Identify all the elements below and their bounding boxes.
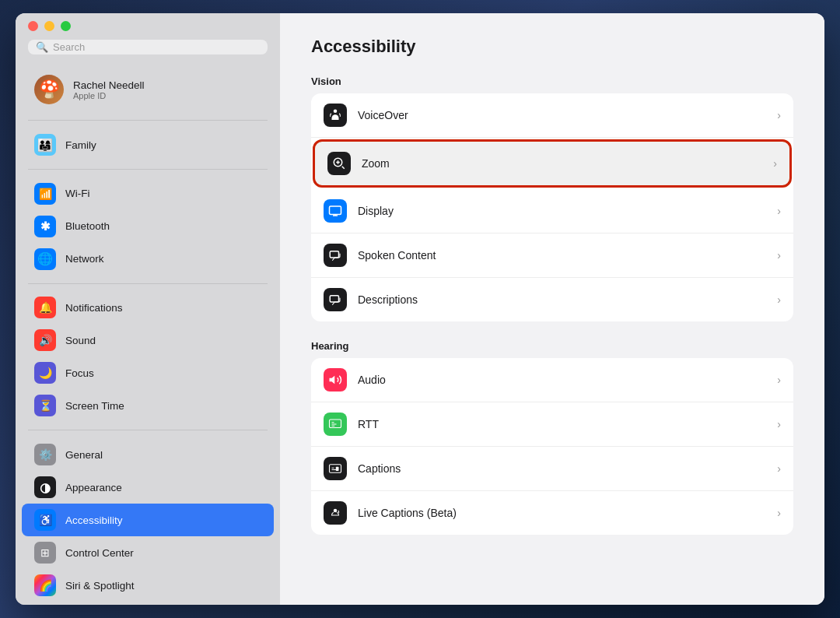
search-placeholder: Search [53, 41, 85, 53]
voiceover-row[interactable]: VoiceOver › [311, 93, 793, 138]
live-captions-chevron: › [777, 507, 781, 519]
sidebar-item-label: Wi-Fi [65, 188, 89, 199]
svg-point-8 [334, 509, 338, 513]
search-icon: 🔍 [36, 41, 48, 53]
bluetooth-icon: ✱ [34, 216, 56, 237]
live-captions-icon [324, 501, 347, 525]
svg-rect-4 [330, 296, 338, 302]
titlebar [16, 13, 280, 40]
rtt-icon [324, 413, 347, 436]
user-profile[interactable]: 🍄 Rachel Needell Apple ID [22, 67, 274, 112]
notifications-icon: 🔔 [34, 297, 56, 318]
sidebar-item-label: Bluetooth [65, 220, 110, 232]
family-icon: 👨‍👩‍👧 [34, 134, 56, 156]
main-window: 🔍 Search 🍄 Rachel Needell Apple ID 👨‍👩‍👧… [16, 13, 824, 605]
captions-row[interactable]: Captions › [311, 447, 793, 491]
display-icon [324, 199, 347, 223]
voiceover-chevron: › [777, 109, 781, 121]
captions-chevron: › [777, 462, 781, 475]
sidebar-item-sound[interactable]: 🔊 Sound [22, 324, 274, 356]
sidebar-item-notifications[interactable]: 🔔 Notifications [22, 291, 274, 324]
sidebar-item-general[interactable]: ⚙️ General [22, 438, 274, 471]
zoom-icon [327, 152, 351, 175]
sidebar-item-label: Accessibility [65, 514, 123, 526]
audio-icon [324, 368, 347, 392]
sidebar-group-3: 🔔 Notifications 🔊 Sound 🌙 Focus ⏳ Screen… [16, 288, 280, 425]
descriptions-row[interactable]: Descriptions › [311, 278, 793, 321]
sidebar-item-screen-time[interactable]: ⏳ Screen Time [22, 389, 274, 422]
sidebar-item-label: Control Center [65, 547, 134, 559]
maximize-button[interactable] [61, 21, 71, 31]
spoken-content-row[interactable]: Spoken Content › [311, 234, 793, 278]
display-label: Display [358, 205, 766, 217]
audio-label: Audio [358, 374, 766, 386]
user-subtitle: Apple ID [73, 91, 145, 100]
control-center-icon: ⊞ [34, 542, 56, 564]
svg-rect-2 [330, 206, 341, 215]
avatar: 🍄 [34, 75, 64, 104]
sidebar-item-label: Sound [65, 335, 96, 346]
sidebar-item-appearance[interactable]: ◑ Appearance [22, 471, 274, 504]
zoom-label: Zoom [362, 157, 762, 170]
screen-time-icon: ⏳ [34, 395, 56, 416]
sidebar-item-label: Siri & Spotlight [65, 580, 135, 592]
display-chevron: › [777, 205, 781, 217]
sidebar-item-label: Network [65, 253, 104, 265]
sidebar-item-control-center[interactable]: ⊞ Control Center [22, 536, 274, 569]
zoom-chevron: › [773, 157, 777, 170]
user-name: Rachel Needell [73, 79, 145, 91]
sidebar-item-label: Appearance [65, 482, 122, 493]
sidebar-group-4: ⚙️ General ◑ Appearance ♿ Accessibility … [16, 435, 280, 605]
svg-point-0 [334, 110, 338, 114]
sidebar: 🔍 Search 🍄 Rachel Needell Apple ID 👨‍👩‍👧… [16, 13, 280, 605]
accessibility-icon: ♿ [34, 509, 56, 531]
spoken-content-icon [324, 244, 347, 267]
svg-rect-6 [330, 465, 341, 473]
live-captions-row[interactable]: Live Captions (Beta) › [311, 491, 793, 535]
sidebar-item-focus[interactable]: 🌙 Focus [22, 356, 274, 389]
rtt-row[interactable]: RTT › [311, 402, 793, 447]
zoom-row[interactable]: Zoom › [313, 139, 792, 188]
spoken-content-label: Spoken Content [358, 249, 766, 262]
hearing-section-header: Hearing [311, 340, 793, 352]
svg-rect-5 [330, 420, 341, 428]
minimize-button[interactable] [44, 21, 54, 31]
audio-chevron: › [777, 374, 781, 386]
wifi-icon: 📶 [34, 183, 56, 205]
vision-section-header: Vision [311, 75, 793, 87]
user-info: Rachel Needell Apple ID [73, 79, 145, 100]
svg-rect-7 [336, 467, 339, 471]
sidebar-item-label: General [65, 449, 103, 461]
descriptions-chevron: › [777, 293, 781, 306]
captions-label: Captions [358, 462, 766, 475]
divider-3 [28, 283, 268, 284]
sidebar-item-wifi[interactable]: 📶 Wi-Fi [22, 177, 274, 210]
siri-icon: 🌈 [34, 574, 56, 596]
divider-2 [28, 169, 268, 170]
close-button[interactable] [28, 21, 38, 31]
sidebar-item-accessibility[interactable]: ♿ Accessibility [22, 504, 274, 536]
rtt-label: RTT [358, 418, 766, 430]
sidebar-item-bluetooth[interactable]: ✱ Bluetooth [22, 210, 274, 243]
hearing-settings-group: Audio › RTT › [311, 358, 793, 535]
sidebar-item-label: Family [65, 139, 96, 151]
divider-4 [28, 430, 268, 430]
divider-1 [28, 120, 268, 121]
search-bar[interactable]: 🔍 Search [28, 40, 268, 55]
sidebar-item-label: Notifications [65, 302, 123, 314]
sidebar-item-label: Focus [65, 367, 94, 379]
main-content: Accessibility Vision VoiceOver › [280, 13, 824, 605]
focus-icon: 🌙 [34, 362, 56, 384]
sidebar-item-siri-spotlight[interactable]: 🌈 Siri & Spotlight [22, 569, 274, 602]
captions-icon [324, 457, 347, 480]
display-row[interactable]: Display › [311, 189, 793, 234]
voiceover-label: VoiceOver [358, 109, 766, 121]
sidebar-item-family[interactable]: 👨‍👩‍👧 Family [22, 128, 274, 161]
sidebar-group-1: 👨‍👩‍👧 Family [16, 125, 280, 164]
svg-rect-3 [330, 251, 338, 258]
sidebar-item-network[interactable]: 🌐 Network [22, 243, 274, 276]
audio-row[interactable]: Audio › [311, 358, 793, 402]
sidebar-item-label: Screen Time [65, 400, 124, 412]
appearance-icon: ◑ [34, 476, 56, 498]
general-icon: ⚙️ [34, 444, 56, 465]
